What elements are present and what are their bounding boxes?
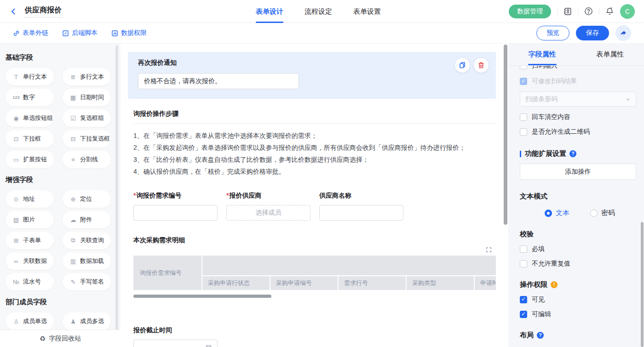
enter-clear-checkbox-row[interactable]: 回车清空内容 (520, 113, 636, 121)
checkbox-checked[interactable] (520, 311, 527, 318)
selected-field-block[interactable]: 再次报价通知 (128, 52, 496, 99)
scan-type-select[interactable]: 扫描条形码 (520, 91, 636, 107)
scan-input-checkbox-row[interactable]: 扫码输入 (520, 66, 636, 70)
tab-form-properties[interactable]: 表单属性 (576, 44, 644, 65)
field-label: 供应商名称 (319, 192, 351, 199)
field-attachment[interactable]: ☁附件 (63, 211, 111, 228)
field-single-line-text[interactable]: T单行文本 (6, 68, 54, 85)
field-subform[interactable]: ⊞子表单 (6, 232, 54, 249)
field-handwritten-signature[interactable]: ✎手写签名 (63, 273, 111, 290)
no-duplicate-checkbox-row[interactable]: 不允许重复值 (520, 260, 636, 268)
field-serial-number[interactable]: №流水号 (6, 273, 54, 290)
table-horizontal-scrollbar[interactable] (133, 295, 271, 298)
tab-form-setting[interactable]: 表单设置 (353, 0, 381, 23)
scan-result-checkbox-row[interactable]: 可修改扫码结果 (520, 77, 636, 85)
number-icon: 123 (12, 95, 20, 100)
save-button[interactable]: 保存 (576, 26, 609, 40)
field-quote-supplier[interactable]: *报价供应商 选择成员 (226, 192, 310, 221)
checkbox[interactable] (520, 245, 527, 253)
checkbox-checked-disabled[interactable] (520, 78, 527, 85)
editable-checkbox-row[interactable]: 可编辑 (520, 310, 636, 319)
steps-field-block[interactable]: 询报价操作步骤 1、在「询报价需求」表单从需求池中选择本次要询报价的需求； 2、… (133, 110, 496, 177)
inquiry-request-no-input[interactable] (133, 205, 218, 221)
select-member-button[interactable]: 选择成员 (226, 205, 310, 221)
panel-vertical-scrollbar[interactable] (641, 222, 644, 347)
deadline-date-input[interactable] (133, 340, 218, 347)
basic-fields-grid: T单行文本 ≣多行文本 123数字 ▦日期时间 ◉单选按钮组 ☑复选框组 ⊡下拉… (6, 68, 121, 168)
selected-field-input[interactable] (138, 73, 299, 89)
relation-query-icon: ⧉ (69, 237, 77, 244)
calendar-icon (205, 344, 212, 347)
radio-selected[interactable] (545, 210, 552, 217)
delete-field-button[interactable] (474, 58, 489, 73)
back-icon[interactable] (9, 7, 17, 16)
sidebar-scrollbar[interactable] (115, 46, 118, 341)
checkbox[interactable] (520, 260, 527, 267)
help-icon[interactable] (584, 7, 593, 16)
field-quote-deadline[interactable]: 报价截止时间 (133, 326, 496, 347)
field-supplier-name[interactable]: 供应商名称 (319, 192, 403, 221)
field-data-load[interactable]: ▥数据加载 (63, 252, 111, 270)
required-star: * (133, 192, 136, 199)
field-dropdown-multi[interactable]: ⊟下拉复选框 (63, 130, 111, 148)
contacts-icon[interactable] (564, 7, 572, 16)
field-recycle-bin[interactable]: ♻ 字段回收站 (0, 330, 121, 347)
field-relation-query[interactable]: ⧉关联查询 (63, 232, 111, 249)
required-checkbox-row[interactable]: 必填 (520, 245, 636, 253)
field-divider[interactable]: ≡分割线 (63, 151, 111, 168)
field-image[interactable]: ▧图片 (6, 211, 54, 228)
checkbox[interactable] (520, 66, 527, 69)
avatar[interactable]: C (620, 4, 635, 19)
qrcode-checkbox-row[interactable]: 是否允许生成二维码 (520, 128, 636, 136)
radio-unselected[interactable] (590, 210, 598, 217)
radio-password[interactable]: 密码 (590, 209, 615, 217)
tab-flow-setting[interactable]: 流程设定 (305, 0, 332, 23)
divider (599, 8, 599, 15)
field-extend-button[interactable]: ▭扩展按钮 (6, 151, 54, 168)
warning-icon[interactable] (551, 281, 558, 288)
field-location[interactable]: ⊕定位 (63, 190, 111, 208)
field-label: 日期时间 (80, 93, 104, 102)
data-manage-button[interactable]: 数据管理 (509, 5, 551, 18)
add-operation-button[interactable]: 添加操作 (520, 164, 636, 180)
checkbox-checked[interactable] (520, 296, 527, 303)
field-number[interactable]: 123数字 (6, 89, 54, 106)
expand-fullscreen-icon[interactable] (485, 246, 492, 253)
field-address[interactable]: ⊙地址 (6, 190, 54, 208)
preview-button[interactable]: 预览 (536, 26, 569, 40)
help-icon[interactable] (569, 150, 576, 157)
layout-title: 布局 (520, 331, 636, 340)
field-inquiry-request-no[interactable]: *询报价需求编号 (133, 192, 218, 221)
section-accent-bar (520, 151, 521, 157)
purchase-detail-block[interactable]: 本次采购需求明细 询报价需求编号 采购申请行状态 采购申请编号 需求行号 采购类… (133, 236, 496, 298)
detail-table[interactable]: 询报价需求编号 采购申请行状态 采购申请编号 需求行号 采购类型 申请时间 (133, 256, 496, 290)
field-dropdown[interactable]: ⊡下拉框 (6, 130, 54, 148)
field-datetime[interactable]: ▦日期时间 (63, 89, 111, 106)
checkbox[interactable] (520, 114, 527, 121)
notification-bell-icon[interactable] (605, 7, 614, 16)
radio-text[interactable]: 文本 (545, 209, 569, 217)
checkbox[interactable] (520, 128, 527, 136)
supplier-name-input[interactable] (319, 205, 403, 221)
field-member-single[interactable]: ♙成员单选 (6, 313, 54, 330)
form-external-link[interactable]: 表单外链 (13, 29, 48, 37)
copy-field-button[interactable] (455, 58, 470, 73)
field-radio-group[interactable]: ◉单选按钮组 (6, 109, 54, 127)
dropdown-multi-icon: ⊟ (69, 136, 77, 142)
field-checkbox-group[interactable]: ☑复选框组 (63, 109, 111, 127)
backend-script[interactable]: 后端脚本 (62, 29, 98, 37)
section-title: 功能扩展设置 (525, 149, 566, 158)
field-label: 单选按钮组 (23, 114, 53, 122)
page-title[interactable]: 供应商报价 (24, 6, 63, 17)
visible-checkbox-row[interactable]: 可见 (520, 296, 636, 304)
tab-form-design[interactable]: 表单设计 (256, 0, 283, 23)
field-relation-data[interactable]: ∞关联数据 (6, 252, 54, 270)
canvas-vertical-scrollbar[interactable] (504, 45, 507, 225)
tab-field-properties[interactable]: 字段属性 (508, 44, 576, 65)
field-member-multi[interactable]: ♟成员多选 (63, 313, 111, 330)
image-icon: ▧ (12, 216, 20, 223)
field-multi-line-text[interactable]: ≣多行文本 (63, 68, 111, 85)
help-icon[interactable] (537, 332, 544, 339)
share-button[interactable] (615, 25, 631, 41)
data-permission[interactable]: 数据权限 (111, 29, 147, 37)
